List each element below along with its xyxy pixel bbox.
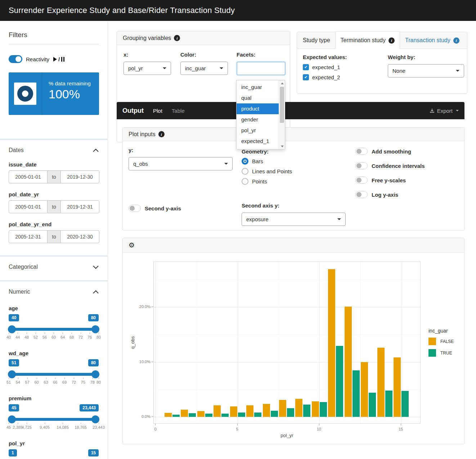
scroll-down-arrow[interactable] xyxy=(279,143,285,149)
range-slider[interactable]: 11513579111315 xyxy=(9,449,99,459)
slider-handle-left[interactable] xyxy=(8,370,16,378)
tab-transaction-study[interactable]: Transaction study i xyxy=(400,32,464,49)
checkbox-expected_2[interactable]: ✔ xyxy=(303,74,309,80)
radio-label: Points xyxy=(252,178,267,184)
slider-wd_age: wd_age51805154576063666972757880 xyxy=(9,350,99,385)
x-axis-tick-label: 5 xyxy=(236,427,238,431)
slider-tick-label: 60 xyxy=(51,335,56,339)
info-icon[interactable]: i xyxy=(389,37,395,44)
tab-termination-study[interactable]: Termination study i xyxy=(335,31,400,49)
slider-label: wd_age xyxy=(9,350,99,356)
chart-bar-false-yr8 xyxy=(279,400,286,417)
chart-bar-true-yr12 xyxy=(352,370,360,417)
slider-to-value: 80 xyxy=(88,359,99,366)
facets-input[interactable] xyxy=(237,62,286,75)
second-axis-y-label: Second axis y: xyxy=(242,202,346,209)
info-icon[interactable]: i xyxy=(158,131,165,137)
dropdown-item-qual[interactable]: qual xyxy=(237,93,279,103)
info-icon[interactable]: i xyxy=(174,35,180,41)
dropdown-item-inc_guar[interactable]: inc_guar xyxy=(237,82,279,93)
scrollbar-thumb[interactable] xyxy=(280,87,284,123)
chevron-down-icon[interactable] xyxy=(93,265,99,269)
second-y-axis-label: Second y-axis xyxy=(145,205,181,211)
slider-handle-left[interactable] xyxy=(8,325,16,333)
slider-tick-label: 69 xyxy=(62,380,67,384)
date-to-input[interactable] xyxy=(60,230,99,243)
weight-by-select[interactable]: None xyxy=(388,64,464,77)
range-slider[interactable]: 40804044485256606468727680 xyxy=(9,314,99,340)
date-to-separator: to xyxy=(48,230,60,243)
slider-tick-label: 57 xyxy=(25,380,30,384)
slider-pol_yr: pol_yr11513579111315 xyxy=(9,440,99,459)
caret-down-icon xyxy=(337,218,341,220)
y-label: y: xyxy=(129,147,233,153)
play-icon xyxy=(53,57,57,62)
dropdown-item-pol_yr[interactable]: pol_yr xyxy=(237,125,279,136)
checkbox-expected_1[interactable]: ✔ xyxy=(303,64,309,70)
chevron-up-icon[interactable] xyxy=(93,290,99,294)
slider-from-value: 40 xyxy=(9,314,19,321)
x-axis-title: pol_yr xyxy=(153,433,421,438)
plot-inputs-panel: Plot inputs i y: q_obs Geometry: BarsLin… xyxy=(122,127,464,231)
chart-bar-true-yr3 xyxy=(205,414,212,417)
gear-icon[interactable]: ⚙ xyxy=(129,241,135,249)
date-from-input[interactable] xyxy=(9,200,48,213)
radio-icon[interactable] xyxy=(242,178,248,185)
pause-icon xyxy=(61,57,64,62)
slider-tick-label: 72 xyxy=(78,335,83,339)
dropdown-scrollbar[interactable] xyxy=(279,80,285,149)
slider-tick-label: 80 xyxy=(96,380,101,384)
toggle-switch[interactable] xyxy=(355,148,368,155)
slider-track[interactable] xyxy=(9,328,99,331)
dropdown-item-gender[interactable]: gender xyxy=(237,114,279,125)
dropdown-item-expected_2[interactable]: expected_2 xyxy=(237,147,279,150)
chevron-up-icon[interactable] xyxy=(93,148,99,152)
section-categorical[interactable]: Categorical xyxy=(9,264,99,270)
radio-selected-icon[interactable] xyxy=(242,158,248,165)
tab-table[interactable]: Table xyxy=(172,108,185,114)
slider-tick-label: 9,405 xyxy=(40,425,50,429)
range-slider[interactable]: 4523,443452,3854,7259,40514,08518,76523,… xyxy=(9,404,99,430)
reactivity-toggle[interactable] xyxy=(9,55,22,63)
chart-bar-false-yr7 xyxy=(263,404,270,417)
toggle-row-free-y-scales: Free y-scales xyxy=(355,177,425,184)
slider-handle-right[interactable] xyxy=(91,370,99,378)
x-select[interactable]: pol_yr xyxy=(124,62,171,75)
color-select[interactable]: inc_guar xyxy=(180,62,228,75)
y-select[interactable]: q_obs xyxy=(129,157,233,170)
slider-handle-right[interactable] xyxy=(91,415,99,423)
chart-bar-false-yr11 xyxy=(328,269,335,417)
second-y-axis-toggle[interactable] xyxy=(129,205,141,212)
date-from-input[interactable] xyxy=(9,230,48,243)
slider-ticks: 4044485256606468727680 xyxy=(9,335,99,340)
export-button[interactable]: Export xyxy=(430,108,459,114)
slider-tick-label: 48 xyxy=(24,335,29,339)
slider-label: pol_yr xyxy=(9,440,99,446)
slider-track[interactable] xyxy=(9,418,99,421)
section-numeric[interactable]: Numeric xyxy=(9,289,99,295)
date-to-input[interactable] xyxy=(60,200,99,213)
toggle-switch[interactable] xyxy=(355,177,368,184)
toggle-switch[interactable] xyxy=(355,191,368,198)
legend-entry-true: TRUE xyxy=(428,349,454,357)
toggle-switch[interactable] xyxy=(355,162,368,169)
dropdown-item-expected_1[interactable]: expected_1 xyxy=(237,136,279,147)
date-filter-issue_date: issue_dateto xyxy=(9,161,99,183)
date-to-input[interactable] xyxy=(60,170,99,183)
info-icon[interactable]: i xyxy=(453,37,459,44)
radio-icon[interactable] xyxy=(242,168,248,175)
dropdown-item-product[interactable]: product xyxy=(237,103,279,114)
chart-bar-true-yr9 xyxy=(303,405,310,417)
slider-tick-label: 54 xyxy=(16,380,20,384)
toggle-row-add-smoothing: Add smoothing xyxy=(355,148,425,155)
slider-track[interactable] xyxy=(9,373,99,376)
range-slider[interactable]: 51805154576063666972757880 xyxy=(9,359,99,385)
section-dates[interactable]: Dates xyxy=(9,147,99,153)
scroll-up-arrow[interactable] xyxy=(279,80,285,86)
date-from-input[interactable] xyxy=(9,170,48,183)
caret-down-icon xyxy=(224,163,228,165)
second-axis-y-select[interactable]: exposure xyxy=(242,213,346,226)
slider-handle-right[interactable] xyxy=(91,325,99,333)
slider-handle-left[interactable] xyxy=(8,415,16,423)
tab-plot[interactable]: Plot xyxy=(153,108,162,114)
